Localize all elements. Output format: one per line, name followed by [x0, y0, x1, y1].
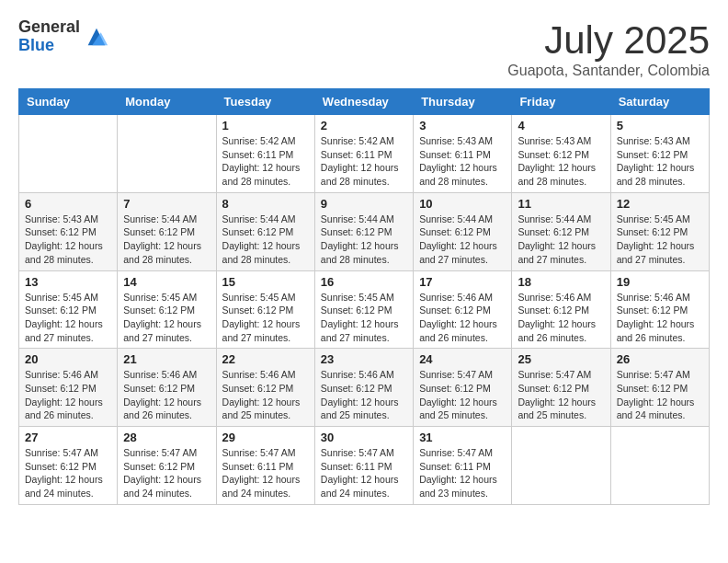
day-info: Sunrise: 5:44 AM Sunset: 6:12 PM Dayligh… [518, 213, 604, 267]
calendar-cell [118, 115, 216, 193]
day-info: Sunrise: 5:44 AM Sunset: 6:12 PM Dayligh… [222, 213, 309, 267]
calendar-cell: 21Sunrise: 5:46 AM Sunset: 6:12 PM Dayli… [118, 349, 216, 427]
day-number: 27 [25, 431, 111, 444]
day-number: 11 [518, 197, 604, 211]
calendar-cell: 29Sunrise: 5:47 AM Sunset: 6:11 PM Dayli… [216, 427, 314, 505]
weekday-header-tuesday: Tuesday [216, 89, 314, 115]
weekday-header-thursday: Thursday [414, 89, 512, 115]
calendar-cell: 17Sunrise: 5:46 AM Sunset: 6:12 PM Dayli… [414, 270, 512, 349]
day-info: Sunrise: 5:44 AM Sunset: 6:12 PM Dayligh… [123, 213, 210, 267]
day-info: Sunrise: 5:44 AM Sunset: 6:12 PM Dayligh… [321, 213, 407, 267]
day-number: 2 [321, 119, 407, 132]
calendar-cell: 19Sunrise: 5:46 AM Sunset: 6:12 PM Dayli… [610, 270, 709, 349]
calendar-cell [610, 427, 709, 505]
month-title: July 2025 [507, 18, 710, 63]
day-info: Sunrise: 5:43 AM Sunset: 6:12 PM Dayligh… [617, 134, 703, 189]
day-number: 17 [419, 275, 506, 289]
calendar-cell: 14Sunrise: 5:45 AM Sunset: 6:12 PM Dayli… [118, 270, 216, 349]
day-info: Sunrise: 5:45 AM Sunset: 6:12 PM Dayligh… [321, 291, 407, 345]
day-number: 15 [222, 275, 309, 289]
day-info: Sunrise: 5:43 AM Sunset: 6:12 PM Dayligh… [25, 213, 111, 267]
calendar-cell: 11Sunrise: 5:44 AM Sunset: 6:12 PM Dayli… [512, 192, 610, 270]
day-info: Sunrise: 5:46 AM Sunset: 6:12 PM Dayligh… [321, 368, 407, 422]
weekday-header-friday: Friday [512, 89, 610, 115]
calendar-cell: 2Sunrise: 5:42 AM Sunset: 6:11 PM Daylig… [314, 115, 413, 193]
title-block: July 2025 Guapota, Santander, Colombia [507, 18, 710, 79]
day-number: 10 [419, 197, 506, 211]
calendar-cell [19, 115, 118, 193]
day-info: Sunrise: 5:47 AM Sunset: 6:12 PM Dayligh… [25, 446, 111, 500]
calendar-week-row: 6Sunrise: 5:43 AM Sunset: 6:12 PM Daylig… [19, 192, 710, 270]
calendar-cell: 31Sunrise: 5:47 AM Sunset: 6:11 PM Dayli… [414, 427, 512, 505]
day-info: Sunrise: 5:47 AM Sunset: 6:12 PM Dayligh… [617, 368, 703, 422]
weekday-header-wednesday: Wednesday [314, 89, 413, 115]
day-number: 9 [321, 197, 407, 211]
day-info: Sunrise: 5:46 AM Sunset: 6:12 PM Dayligh… [123, 368, 210, 422]
calendar-cell: 30Sunrise: 5:47 AM Sunset: 6:11 PM Dayli… [314, 427, 413, 505]
day-info: Sunrise: 5:46 AM Sunset: 6:12 PM Dayligh… [222, 368, 309, 422]
day-info: Sunrise: 5:43 AM Sunset: 6:12 PM Dayligh… [518, 134, 604, 189]
calendar-cell: 9Sunrise: 5:44 AM Sunset: 6:12 PM Daylig… [314, 192, 413, 270]
calendar-cell: 5Sunrise: 5:43 AM Sunset: 6:12 PM Daylig… [610, 115, 709, 193]
page-header: General Blue July 2025 Guapota, Santande… [18, 18, 710, 79]
day-number: 5 [617, 119, 703, 132]
day-number: 31 [419, 431, 506, 444]
day-info: Sunrise: 5:47 AM Sunset: 6:12 PM Dayligh… [123, 446, 210, 500]
day-info: Sunrise: 5:47 AM Sunset: 6:11 PM Dayligh… [321, 446, 407, 500]
calendar-cell: 24Sunrise: 5:47 AM Sunset: 6:12 PM Dayli… [414, 349, 512, 427]
logo-blue-text: Blue [18, 37, 80, 55]
calendar-cell: 23Sunrise: 5:46 AM Sunset: 6:12 PM Dayli… [314, 349, 413, 427]
day-number: 20 [25, 352, 111, 366]
day-number: 12 [617, 197, 703, 211]
day-info: Sunrise: 5:47 AM Sunset: 6:11 PM Dayligh… [419, 446, 506, 500]
day-info: Sunrise: 5:42 AM Sunset: 6:11 PM Dayligh… [321, 134, 407, 189]
calendar-cell: 12Sunrise: 5:45 AM Sunset: 6:12 PM Dayli… [610, 192, 709, 270]
day-number: 8 [222, 197, 309, 211]
calendar-cell: 7Sunrise: 5:44 AM Sunset: 6:12 PM Daylig… [118, 192, 216, 270]
day-number: 14 [123, 275, 210, 289]
calendar-cell: 13Sunrise: 5:45 AM Sunset: 6:12 PM Dayli… [19, 270, 118, 349]
calendar-cell: 1Sunrise: 5:42 AM Sunset: 6:11 PM Daylig… [216, 115, 314, 193]
calendar-table: SundayMondayTuesdayWednesdayThursdayFrid… [18, 88, 710, 505]
day-number: 4 [518, 119, 604, 132]
day-info: Sunrise: 5:47 AM Sunset: 6:11 PM Dayligh… [222, 446, 309, 500]
day-info: Sunrise: 5:43 AM Sunset: 6:11 PM Dayligh… [419, 134, 506, 189]
calendar-cell: 20Sunrise: 5:46 AM Sunset: 6:12 PM Dayli… [19, 349, 118, 427]
day-number: 21 [123, 352, 210, 366]
day-info: Sunrise: 5:44 AM Sunset: 6:12 PM Dayligh… [419, 213, 506, 267]
day-number: 19 [617, 275, 703, 289]
weekday-header-sunday: Sunday [19, 89, 118, 115]
calendar-week-row: 27Sunrise: 5:47 AM Sunset: 6:12 PM Dayli… [19, 427, 710, 505]
weekday-header-saturday: Saturday [610, 89, 709, 115]
calendar-cell: 28Sunrise: 5:47 AM Sunset: 6:12 PM Dayli… [118, 427, 216, 505]
day-info: Sunrise: 5:46 AM Sunset: 6:12 PM Dayligh… [419, 291, 506, 345]
calendar-cell: 10Sunrise: 5:44 AM Sunset: 6:12 PM Dayli… [414, 192, 512, 270]
calendar-cell: 16Sunrise: 5:45 AM Sunset: 6:12 PM Dayli… [314, 270, 413, 349]
day-number: 25 [518, 352, 604, 366]
weekday-header-monday: Monday [118, 89, 216, 115]
day-number: 22 [222, 352, 309, 366]
day-info: Sunrise: 5:45 AM Sunset: 6:12 PM Dayligh… [617, 213, 703, 267]
calendar-cell: 18Sunrise: 5:46 AM Sunset: 6:12 PM Dayli… [512, 270, 610, 349]
day-info: Sunrise: 5:46 AM Sunset: 6:12 PM Dayligh… [518, 291, 604, 345]
day-info: Sunrise: 5:42 AM Sunset: 6:11 PM Dayligh… [222, 134, 309, 189]
day-number: 28 [123, 431, 210, 444]
calendar-cell: 3Sunrise: 5:43 AM Sunset: 6:11 PM Daylig… [414, 115, 512, 193]
logo-icon [84, 24, 109, 50]
location-text: Guapota, Santander, Colombia [507, 63, 710, 79]
calendar-header-row: SundayMondayTuesdayWednesdayThursdayFrid… [19, 89, 710, 115]
day-number: 26 [617, 352, 703, 366]
day-number: 23 [321, 352, 407, 366]
day-info: Sunrise: 5:46 AM Sunset: 6:12 PM Dayligh… [25, 368, 111, 422]
calendar-week-row: 13Sunrise: 5:45 AM Sunset: 6:12 PM Dayli… [19, 270, 710, 349]
calendar-cell: 22Sunrise: 5:46 AM Sunset: 6:12 PM Dayli… [216, 349, 314, 427]
day-number: 18 [518, 275, 604, 289]
calendar-cell: 6Sunrise: 5:43 AM Sunset: 6:12 PM Daylig… [19, 192, 118, 270]
day-number: 29 [222, 431, 309, 444]
calendar-week-row: 20Sunrise: 5:46 AM Sunset: 6:12 PM Dayli… [19, 349, 710, 427]
calendar-cell: 4Sunrise: 5:43 AM Sunset: 6:12 PM Daylig… [512, 115, 610, 193]
logo: General Blue [18, 18, 109, 55]
day-number: 1 [222, 119, 309, 132]
day-number: 13 [25, 275, 111, 289]
day-number: 24 [419, 352, 506, 366]
